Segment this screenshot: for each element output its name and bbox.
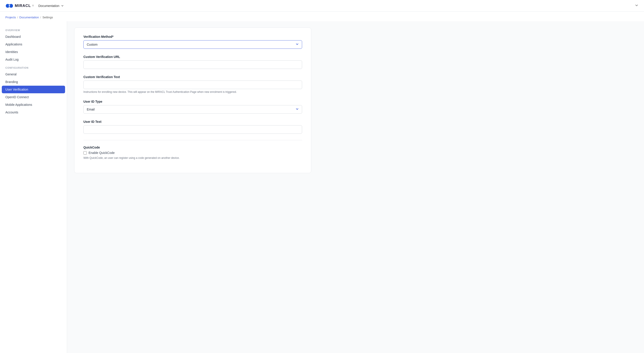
verification-method-select[interactable]: Custom Email SMS [84, 40, 302, 49]
verification-method-select-wrapper: Custom Email SMS [84, 40, 302, 49]
sidebar-overview-label: OVERVIEW [0, 26, 67, 33]
user-id-text-field: User ID Text [84, 120, 302, 134]
sidebar-item-mobile-applications[interactable]: Mobile Applications [0, 101, 67, 109]
nav-docs-button[interactable]: Documentation [38, 4, 64, 8]
logo: MIRACL® [5, 3, 34, 8]
verification-method-field: Verification Method* Custom Email SMS [84, 35, 302, 49]
custom-url-field: Custom Verification URL [84, 55, 302, 69]
quickcode-hint: With QuickCode, an user can register usi… [84, 156, 302, 160]
sidebar-item-audit-log[interactable]: Audit Log [0, 56, 67, 63]
main-content: Verification Method* Custom Email SMS Cu… [67, 21, 644, 353]
breadcrumb-documentation[interactable]: Documentation [20, 16, 39, 19]
topnav-right [634, 3, 639, 8]
user-id-text-label: User ID Text [84, 120, 302, 124]
user-id-type-field: User ID Type Email Phone Username [84, 100, 302, 114]
sidebar-configuration-label: CONFIGURATION [0, 63, 67, 71]
logo-icon [5, 3, 14, 8]
enable-quickcode-checkbox[interactable] [84, 151, 87, 155]
topnav: MIRACL® Documentation [0, 0, 644, 12]
sidebar-item-branding[interactable]: Branding [0, 78, 67, 86]
user-id-type-select[interactable]: Email Phone Username [84, 105, 302, 114]
custom-text-field: Custom Verification Text Instructions fo… [84, 75, 302, 94]
settings-card: Verification Method* Custom Email SMS Cu… [74, 28, 311, 173]
user-id-text-input[interactable] [84, 125, 302, 134]
topnav-chevron-icon[interactable] [634, 3, 639, 8]
divider [84, 140, 302, 140]
verification-method-label: Verification Method* [84, 35, 302, 39]
logo-sup: ® [32, 5, 34, 7]
user-id-type-label: User ID Type [84, 100, 302, 103]
breadcrumb-settings: Settings [42, 16, 53, 19]
custom-text-label: Custom Verification Text [84, 75, 302, 79]
chevron-down-icon [61, 4, 64, 8]
enable-quickcode-row: Enable QuickCode [84, 151, 302, 155]
enable-quickcode-label[interactable]: Enable QuickCode [88, 151, 115, 155]
sidebar-item-user-verification[interactable]: User Verification [2, 86, 65, 93]
sidebar-item-identities[interactable]: Identities [0, 48, 67, 56]
breadcrumb-sep-1: / [17, 16, 18, 19]
custom-text-hint: Instructions for enrolling new device. T… [84, 90, 302, 94]
custom-text-input[interactable] [84, 81, 302, 89]
svg-point-0 [9, 5, 10, 7]
topnav-left: MIRACL® Documentation [5, 3, 64, 8]
sidebar: OVERVIEW Dashboard Applications Identiti… [0, 21, 67, 353]
breadcrumb-sep-2: / [40, 16, 41, 19]
sidebar-item-general[interactable]: General [0, 71, 67, 78]
quickcode-label: QuickCode [84, 146, 302, 149]
custom-url-input[interactable] [84, 60, 302, 69]
user-id-type-select-wrapper: Email Phone Username [84, 105, 302, 114]
logo-text: MIRACL [15, 4, 31, 8]
breadcrumb-projects[interactable]: Projects [5, 16, 16, 19]
custom-url-label: Custom Verification URL [84, 55, 302, 59]
breadcrumb: Projects / Documentation / Settings [0, 12, 644, 21]
main-layout: OVERVIEW Dashboard Applications Identiti… [0, 21, 644, 353]
sidebar-item-accounts[interactable]: Accounts [0, 109, 67, 116]
quickcode-field: QuickCode Enable QuickCode With QuickCod… [84, 146, 302, 160]
sidebar-item-applications[interactable]: Applications [0, 41, 67, 48]
sidebar-item-openid-connect[interactable]: OpenID Connect [0, 93, 67, 101]
sidebar-item-dashboard[interactable]: Dashboard [0, 33, 67, 41]
